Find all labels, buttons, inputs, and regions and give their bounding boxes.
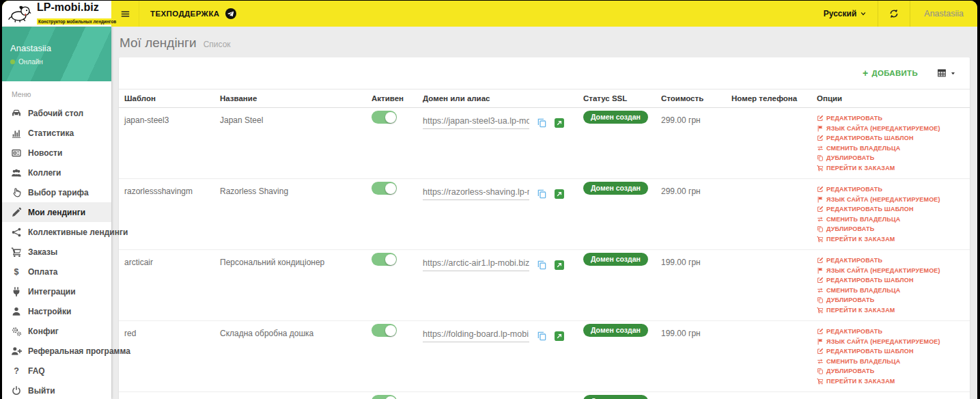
sidebar-item-share[interactable]: Коллективные лендинги — [2, 222, 111, 242]
option-link[interactable]: ПЕРЕЙТИ К ЗАКАЗАМ — [817, 378, 970, 385]
option-link[interactable]: ЯЗЫК САЙТА (НЕРЕДАКТИРУЕМОЕ) — [817, 267, 970, 274]
sidebar-item-users[interactable]: Коллеги — [2, 163, 111, 182]
external-link-icon[interactable] — [555, 118, 564, 128]
option-label: ЯЗЫК САЙТА (НЕРЕДАКТИРУЕМОЕ) — [826, 267, 940, 274]
option-link[interactable]: РЕДАКТИРОВАТЬ — [817, 257, 970, 264]
option-label: ПЕРЕЙТИ К ЗАКАЗАМ — [826, 236, 895, 243]
option-link[interactable]: ПЕРЕЙТИ К ЗАКАЗАМ — [817, 236, 970, 243]
copy-icon[interactable] — [537, 189, 547, 199]
gears-icon — [11, 326, 22, 337]
active-cell — [366, 250, 417, 266]
domain-cell — [417, 321, 578, 342]
cart-icon — [11, 247, 22, 258]
option-link[interactable]: ЯЗЫК САЙТА (НЕРЕДАКТИРУЕМОЕ) — [817, 338, 970, 345]
option-link[interactable]: ЯЗЫК САЙТА (НЕРЕДАКТИРУЕМОЕ) — [817, 196, 970, 203]
question-icon: ? — [11, 366, 22, 376]
brand-logo-area[interactable]: LP-mobi.biz Конструктор мобильных лендин… — [2, 1, 111, 27]
user-plus-icon — [11, 346, 22, 357]
external-link-icon[interactable] — [555, 189, 564, 199]
option-link[interactable]: СМЕНИТЬ ВЛАДЕЛЬЦА — [817, 145, 970, 152]
sidebar-item-pen[interactable]: Мои лендинги — [2, 202, 111, 222]
sidebar-item-user[interactable]: Настройки — [2, 301, 111, 321]
option-link[interactable]: РЕДАКТИРОВАТЬ — [817, 186, 970, 193]
sidebar-item-user-plus[interactable]: Реферальная программа — [2, 341, 111, 361]
toggle-knob — [385, 396, 396, 399]
sidebar-item-label: Коллеги — [28, 168, 61, 178]
sidebar-item-question[interactable]: ?FAQ — [2, 361, 111, 381]
external-link-icon[interactable] — [555, 260, 564, 270]
ssl-status-badge: Домен создан — [583, 324, 648, 337]
active-toggle[interactable] — [372, 253, 397, 266]
add-button[interactable]: + ДОБАВИТЬ — [863, 68, 918, 78]
user-menu[interactable]: Anastasiia — [910, 1, 977, 27]
screen: LP-mobi.biz Конструктор мобильных лендин… — [0, 0, 980, 399]
option-link[interactable]: РЕДАКТИРОВАТЬ ШАБЛОН — [817, 348, 970, 355]
domain-input[interactable] — [423, 258, 529, 271]
option-label: РЕДАКТИРОВАТЬ — [826, 257, 882, 264]
sidebar-item-hand-pointer[interactable]: Выбор тарифа — [2, 182, 111, 202]
sidebar-item-power[interactable]: Выйти — [2, 381, 111, 399]
ssl-cell: Домен создан — [578, 108, 656, 124]
option-label: СМЕНИТЬ ВЛАДЕЛЬЦА — [826, 358, 900, 365]
sidebar-item-gears[interactable]: Конфиг — [2, 321, 111, 341]
ssl-cell: Домен создан — [578, 321, 656, 337]
column-header: Опции — [811, 94, 970, 102]
active-toggle[interactable] — [372, 111, 397, 124]
option-link[interactable]: РЕДАКТИРОВАТЬ ШАБЛОН — [817, 135, 970, 141]
domain-input[interactable] — [423, 329, 529, 342]
option-link[interactable]: ДУБЛИРОВАТЬ — [817, 154, 970, 161]
domain-cell — [417, 250, 578, 271]
copy-icon[interactable] — [537, 118, 547, 128]
option-link[interactable]: РЕДАКТИРОВАТЬ ШАБЛОН — [817, 206, 970, 212]
option-link[interactable]: СМЕНИТЬ ВЛАДЕЛЬЦА — [817, 287, 970, 294]
option-link[interactable]: ПЕРЕЙТИ К ЗАКАЗАМ — [817, 307, 970, 314]
external-link-icon[interactable] — [555, 331, 564, 341]
plug-icon — [11, 286, 22, 297]
option-link[interactable]: ДУБЛИРОВАТЬ — [817, 297, 970, 303]
active-toggle[interactable] — [372, 324, 397, 337]
edit-icon — [817, 186, 824, 193]
copy-icon[interactable] — [537, 331, 547, 341]
option-link[interactable]: РЕДАКТИРОВАТЬ ШАБЛОН — [817, 277, 970, 284]
sidebar-item-label: Оплата — [28, 267, 57, 277]
sidebar-item-label: FAQ — [28, 366, 45, 376]
hamburger-menu-button[interactable] — [111, 1, 139, 27]
sidebar-item-desktop[interactable]: Рабочий стол — [2, 103, 111, 123]
domain-input[interactable] — [423, 116, 529, 129]
sidebar-item-plug[interactable]: Интеграции — [2, 281, 111, 301]
sidebar-item-cart[interactable]: Заказы — [2, 242, 111, 262]
flag-icon — [817, 267, 824, 274]
sidebar-item-chart[interactable]: Статистика — [2, 123, 111, 143]
active-toggle[interactable] — [372, 182, 397, 195]
flag-icon — [817, 196, 824, 203]
name-cell: Персональний кондиціонер — [214, 250, 366, 267]
sidebar-item-dollar[interactable]: $Оплата — [2, 262, 111, 281]
option-link[interactable]: СМЕНИТЬ ВЛАДЕЛЬЦА — [817, 216, 970, 223]
option-label: СМЕНИТЬ ВЛАДЕЛЬЦА — [826, 287, 900, 294]
option-link[interactable]: СМЕНИТЬ ВЛАДЕЛЬЦА — [817, 358, 970, 365]
profile-name: Anastasiia — [10, 43, 103, 53]
option-link[interactable]: ДУБЛИРОВАТЬ — [817, 225, 970, 232]
refresh-button[interactable] — [878, 1, 910, 27]
ssl-status-badge: Домен создан — [583, 395, 648, 399]
option-link[interactable]: ПЕРЕЙТИ К ЗАКАЗАМ — [817, 165, 970, 171]
language-dropdown[interactable]: Русский — [813, 1, 878, 27]
option-link[interactable]: РЕДАКТИРОВАТЬ — [817, 115, 970, 122]
edit-icon — [817, 257, 824, 264]
page-title: Мої лендінги — [120, 36, 197, 51]
support-button[interactable]: ТЕХПОДДЕРЖКА — [139, 1, 247, 27]
swap-icon — [817, 145, 824, 152]
copy-icon[interactable] — [537, 260, 547, 270]
option-link[interactable]: ЯЗЫК САЙТА (НЕРЕДАКТИРУЕМОЕ) — [817, 125, 970, 132]
option-link[interactable]: РЕДАКТИРОВАТЬ — [817, 328, 970, 335]
edit-icon — [817, 135, 824, 141]
options-cell: РЕДАКТИРОВАТЬЯЗЫК САЙТА (НЕРЕДАКТИРУЕМОЕ… — [811, 250, 970, 314]
active-toggle[interactable] — [372, 395, 397, 399]
sidebar-item-news[interactable]: Новости — [2, 143, 111, 163]
domain-input[interactable] — [423, 187, 529, 200]
hand-pointer-icon — [11, 187, 22, 198]
view-mode-button[interactable] — [937, 68, 956, 78]
column-header: Домен или алиас — [417, 94, 578, 102]
sidebar-item-label: Новости — [28, 148, 62, 158]
option-link[interactable]: ДУБЛИРОВАТЬ — [817, 368, 970, 374]
